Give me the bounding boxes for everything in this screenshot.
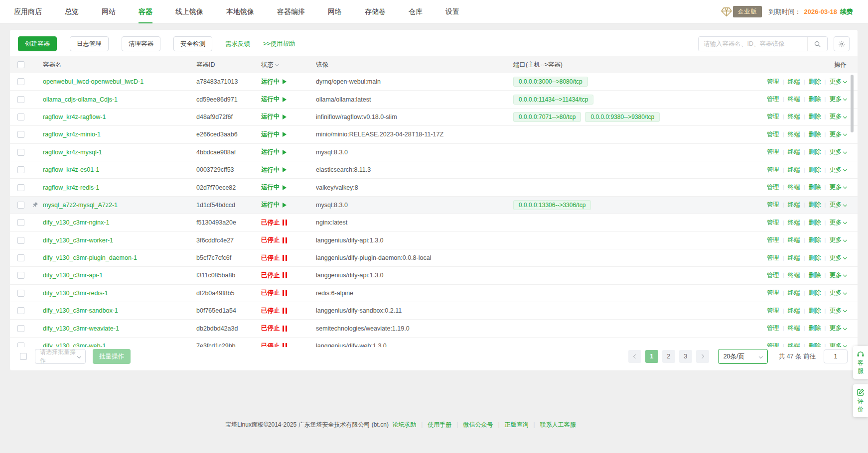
customer-service-button[interactable]: 客服 bbox=[853, 346, 868, 379]
container-name-link[interactable]: dify_v130_c3mr-plugin_daemon-1 bbox=[43, 254, 137, 261]
action-terminal-link[interactable]: 终端 bbox=[788, 148, 800, 155]
row-checkbox[interactable] bbox=[17, 202, 24, 209]
row-checkbox[interactable] bbox=[17, 342, 24, 347]
action-terminal-link[interactable]: 终端 bbox=[788, 342, 800, 347]
batch-select-all-checkbox[interactable] bbox=[20, 353, 27, 360]
row-checkbox[interactable] bbox=[17, 219, 24, 226]
prev-page-button[interactable] bbox=[628, 350, 641, 363]
action-manage-link[interactable]: 管理 bbox=[767, 289, 779, 296]
action-manage-link[interactable]: 管理 bbox=[767, 219, 779, 226]
action-more-link[interactable]: 更多 bbox=[829, 96, 847, 103]
select-all-checkbox[interactable] bbox=[17, 61, 24, 68]
row-checkbox[interactable] bbox=[17, 325, 24, 332]
footer-link-正版查询[interactable]: 正版查询 bbox=[505, 421, 529, 428]
action-terminal-link[interactable]: 终端 bbox=[788, 289, 800, 296]
action-delete-link[interactable]: 删除 bbox=[809, 148, 821, 155]
action-more-link[interactable]: 更多 bbox=[829, 272, 847, 279]
container-name-link[interactable]: ollama_cdjs-ollama_Cdjs-1 bbox=[43, 96, 118, 103]
row-checkbox[interactable] bbox=[17, 254, 24, 261]
container-name-link[interactable]: dify_v130_c3mr-nginx-1 bbox=[43, 219, 109, 226]
footer-link-微信公众号[interactable]: 微信公众号 bbox=[463, 421, 493, 428]
footer-link-论坛求助[interactable]: 论坛求助 bbox=[392, 421, 416, 428]
footer-link-使用手册[interactable]: 使用手册 bbox=[428, 421, 451, 428]
action-terminal-link[interactable]: 终端 bbox=[788, 325, 800, 332]
nav-item-应用商店[interactable]: 应用商店 bbox=[14, 0, 42, 23]
container-name-link[interactable]: dify_v130_c3mr-weaviate-1 bbox=[43, 325, 119, 332]
nav-item-网络[interactable]: 网络 bbox=[328, 0, 342, 23]
nav-item-仓库[interactable]: 仓库 bbox=[409, 0, 423, 23]
action-delete-link[interactable]: 删除 bbox=[809, 219, 821, 226]
action-terminal-link[interactable]: 终端 bbox=[788, 184, 800, 191]
page-button-1[interactable]: 1 bbox=[645, 350, 658, 363]
action-delete-link[interactable]: 删除 bbox=[809, 254, 821, 261]
action-terminal-link[interactable]: 终端 bbox=[788, 201, 800, 208]
action-more-link[interactable]: 更多 bbox=[829, 201, 847, 208]
row-checkbox[interactable] bbox=[17, 149, 24, 156]
nav-item-网站[interactable]: 网站 bbox=[102, 0, 116, 23]
action-delete-link[interactable]: 删除 bbox=[809, 166, 821, 173]
log-management-button[interactable]: 日志管理 bbox=[70, 36, 109, 51]
create-container-button[interactable]: 创建容器 bbox=[18, 36, 57, 51]
container-name-link[interactable]: ragflow_kr4z-minio-1 bbox=[43, 131, 101, 138]
action-terminal-link[interactable]: 终端 bbox=[788, 219, 800, 226]
action-terminal-link[interactable]: 终端 bbox=[788, 113, 800, 120]
search-button[interactable] bbox=[807, 36, 827, 51]
action-terminal-link[interactable]: 终端 bbox=[788, 307, 800, 314]
search-input[interactable] bbox=[699, 37, 807, 51]
action-delete-link[interactable]: 删除 bbox=[809, 325, 821, 332]
feedback-link[interactable]: 需求反馈 bbox=[225, 40, 250, 48]
action-delete-link[interactable]: 删除 bbox=[809, 201, 821, 208]
action-terminal-link[interactable]: 终端 bbox=[788, 254, 800, 261]
container-name-link[interactable]: openwebui_iwcd-openwebui_iwcD-1 bbox=[43, 78, 144, 85]
action-more-link[interactable]: 更多 bbox=[829, 78, 847, 85]
action-terminal-link[interactable]: 终端 bbox=[788, 272, 800, 279]
action-delete-link[interactable]: 删除 bbox=[809, 307, 821, 314]
action-manage-link[interactable]: 管理 bbox=[767, 148, 779, 155]
container-name-link[interactable]: mysql_a7z2-mysql_A7z2-1 bbox=[43, 202, 118, 209]
action-delete-link[interactable]: 删除 bbox=[809, 113, 821, 120]
action-delete-link[interactable]: 删除 bbox=[809, 78, 821, 85]
row-checkbox[interactable] bbox=[17, 78, 24, 85]
next-page-button[interactable] bbox=[696, 350, 709, 363]
row-checkbox[interactable] bbox=[17, 166, 24, 173]
action-more-link[interactable]: 更多 bbox=[829, 236, 847, 243]
clean-container-button[interactable]: 清理容器 bbox=[122, 36, 160, 51]
row-checkbox[interactable] bbox=[17, 96, 24, 103]
action-delete-link[interactable]: 删除 bbox=[809, 342, 821, 347]
row-checkbox[interactable] bbox=[17, 290, 24, 297]
action-more-link[interactable]: 更多 bbox=[829, 342, 847, 347]
action-more-link[interactable]: 更多 bbox=[829, 254, 847, 261]
container-name-link[interactable]: ragflow_kr4z-ragflow-1 bbox=[43, 113, 106, 120]
action-terminal-link[interactable]: 终端 bbox=[788, 96, 800, 103]
container-name-link[interactable]: dify_v130_c3mr-api-1 bbox=[43, 272, 103, 279]
action-delete-link[interactable]: 删除 bbox=[809, 131, 821, 138]
row-checkbox[interactable] bbox=[17, 237, 24, 244]
action-manage-link[interactable]: 管理 bbox=[767, 272, 779, 279]
page-button-2[interactable]: 2 bbox=[662, 350, 675, 363]
action-manage-link[interactable]: 管理 bbox=[767, 236, 779, 243]
row-checkbox[interactable] bbox=[17, 113, 24, 120]
action-manage-link[interactable]: 管理 bbox=[767, 131, 779, 138]
action-manage-link[interactable]: 管理 bbox=[767, 307, 779, 314]
action-more-link[interactable]: 更多 bbox=[829, 184, 847, 191]
action-more-link[interactable]: 更多 bbox=[829, 289, 847, 296]
row-checkbox[interactable] bbox=[17, 131, 24, 138]
action-manage-link[interactable]: 管理 bbox=[767, 78, 779, 85]
action-delete-link[interactable]: 删除 bbox=[809, 272, 821, 279]
action-delete-link[interactable]: 删除 bbox=[809, 96, 821, 103]
action-more-link[interactable]: 更多 bbox=[829, 131, 847, 138]
row-checkbox[interactable] bbox=[17, 184, 24, 191]
page-button-3[interactable]: 3 bbox=[679, 350, 692, 363]
nav-item-存储卷[interactable]: 存储卷 bbox=[365, 0, 386, 23]
action-manage-link[interactable]: 管理 bbox=[767, 184, 779, 191]
renew-link[interactable]: 续费 bbox=[840, 7, 853, 16]
action-manage-link[interactable]: 管理 bbox=[767, 342, 779, 347]
container-name-link[interactable]: ragflow_kr4z-es01-1 bbox=[43, 166, 99, 173]
footer-link-联系人工客服[interactable]: 联系人工客服 bbox=[540, 421, 576, 428]
action-more-link[interactable]: 更多 bbox=[829, 113, 847, 120]
action-delete-link[interactable]: 删除 bbox=[809, 184, 821, 191]
action-terminal-link[interactable]: 终端 bbox=[788, 236, 800, 243]
nav-item-容器[interactable]: 容器 bbox=[139, 0, 152, 23]
container-name-link[interactable]: dify_v130_c3mr-worker-1 bbox=[43, 237, 113, 244]
container-name-link[interactable]: dify_v130_c3mr-redis-1 bbox=[43, 290, 108, 297]
